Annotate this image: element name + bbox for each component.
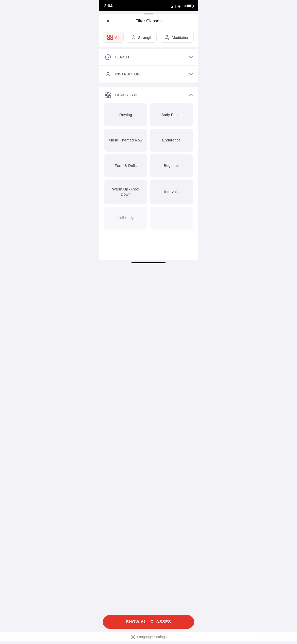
status-time: 3:04 bbox=[104, 4, 112, 9]
class-type-label-music-themed-row: Music Themed Row bbox=[109, 138, 142, 143]
divider-2 bbox=[99, 83, 198, 85]
battery-fill bbox=[187, 5, 191, 7]
wifi-icon bbox=[177, 5, 181, 8]
signal-icon bbox=[171, 4, 176, 8]
battery-icon: 83 bbox=[183, 4, 193, 8]
svg-rect-13 bbox=[105, 92, 107, 94]
tab-meditation[interactable]: Meditation bbox=[160, 32, 193, 43]
filter-instructor-row[interactable]: INSTRUCTOR bbox=[99, 66, 198, 83]
class-type-label-body-focus: Body Focus bbox=[161, 112, 181, 117]
instructor-icon bbox=[104, 70, 112, 78]
battery-text: 83 bbox=[183, 4, 186, 8]
home-indicator bbox=[99, 260, 198, 264]
svg-rect-2 bbox=[111, 35, 113, 37]
class-type-label: CLASS TYPE bbox=[115, 93, 189, 97]
svg-rect-15 bbox=[105, 95, 107, 98]
tab-more[interactable] bbox=[197, 32, 198, 43]
class-type-grid: Rowing Body Focus Music Themed Row Endur… bbox=[104, 103, 193, 204]
class-type-icon bbox=[104, 91, 112, 99]
tab-meditation-label: Meditation bbox=[172, 35, 189, 40]
svg-rect-16 bbox=[108, 95, 111, 98]
filter-length-label: LENGTH bbox=[115, 55, 189, 59]
clock-icon bbox=[104, 53, 112, 61]
class-type-label-endurance: Endurance bbox=[162, 138, 181, 143]
tab-strength-label: Strength bbox=[138, 35, 153, 40]
class-type-cell-endurance[interactable]: Endurance bbox=[150, 129, 193, 152]
class-type-partial-row: Full Body bbox=[104, 207, 193, 230]
chevron-up-class-type bbox=[189, 94, 193, 96]
header: × Filter Classes bbox=[99, 14, 198, 28]
class-type-cell-form-drills[interactable]: Form & Drills bbox=[104, 154, 147, 177]
all-icon bbox=[107, 35, 113, 40]
tab-all[interactable]: All bbox=[103, 32, 124, 43]
status-bar: 3:04 83 bbox=[99, 0, 198, 11]
tab-all-label: All bbox=[115, 35, 119, 40]
class-type-cell-full-body[interactable]: Full Body bbox=[104, 207, 147, 230]
svg-rect-0 bbox=[108, 35, 110, 37]
filter-length-row[interactable]: LENGTH bbox=[99, 49, 198, 66]
filter-instructor-label: INSTRUCTOR bbox=[115, 72, 189, 76]
header-title: Filter Classes bbox=[136, 19, 162, 24]
class-type-cell-intervals[interactable]: Intervals bbox=[150, 180, 193, 204]
class-type-label-intervals: Intervals bbox=[164, 189, 179, 194]
class-type-label-warm-up: Warm Up / Cool Down bbox=[108, 187, 143, 197]
class-type-section: CLASS TYPE Rowing Body Focus Music Theme… bbox=[99, 87, 198, 260]
class-type-cell-partial-right bbox=[150, 207, 193, 230]
svg-rect-3 bbox=[111, 38, 113, 40]
class-type-label-beginner: Beginner bbox=[164, 163, 179, 168]
battery-box bbox=[187, 5, 193, 8]
status-icons: 83 bbox=[171, 4, 193, 8]
home-bar bbox=[131, 262, 166, 263]
filter-section: LENGTH INSTRUCTOR bbox=[99, 49, 198, 83]
strength-icon bbox=[131, 35, 136, 40]
sheet-handle-area bbox=[99, 11, 198, 14]
class-type-cell-body-focus[interactable]: Body Focus bbox=[150, 103, 193, 126]
class-type-cell-music-themed-row[interactable]: Music Themed Row bbox=[104, 129, 147, 152]
class-type-cell-rowing[interactable]: Rowing bbox=[104, 103, 147, 126]
class-type-label-full-body: Full Body bbox=[118, 215, 134, 220]
svg-point-4 bbox=[133, 35, 134, 37]
meditation-icon bbox=[164, 35, 170, 40]
svg-rect-1 bbox=[108, 38, 110, 40]
chevron-down-length bbox=[189, 56, 193, 58]
class-type-label-form-drills: Form & Drills bbox=[115, 163, 137, 168]
class-type-cell-beginner[interactable]: Beginner bbox=[150, 154, 193, 177]
class-type-header[interactable]: CLASS TYPE bbox=[104, 91, 193, 99]
close-icon: × bbox=[107, 18, 110, 24]
svg-line-11 bbox=[108, 57, 109, 58]
tab-strength[interactable]: Strength bbox=[127, 32, 157, 43]
close-button[interactable]: × bbox=[104, 17, 112, 25]
divider-1 bbox=[99, 47, 198, 49]
svg-point-14 bbox=[108, 92, 110, 94]
svg-point-12 bbox=[107, 72, 109, 74]
class-type-label-rowing: Rowing bbox=[119, 112, 132, 117]
class-type-cell-warm-up[interactable]: Warm Up / Cool Down bbox=[104, 180, 147, 204]
category-tabs: All Strength Meditation bbox=[99, 28, 198, 47]
chevron-down-instructor bbox=[189, 73, 193, 75]
